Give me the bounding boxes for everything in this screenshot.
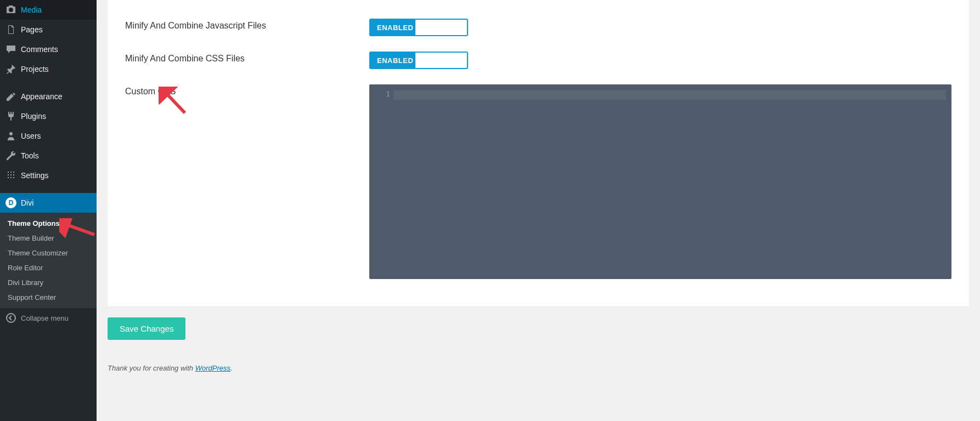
sidebar-item-label: Media: [21, 5, 92, 14]
footer-credit: Thank you for creating with WordPress.: [108, 364, 969, 372]
code-active-line: [393, 90, 946, 100]
save-changes-button[interactable]: Save Changes: [108, 317, 185, 340]
setting-control: ENABLED: [369, 52, 951, 69]
sidebar-item-label: Projects: [21, 65, 92, 73]
sidebar-item-plugins[interactable]: Plugins: [0, 106, 97, 126]
sidebar-item-pages[interactable]: Pages: [0, 20, 97, 39]
sidebar-item-label: Comments: [21, 45, 92, 54]
sidebar-separator: [0, 185, 97, 193]
sidebar-item-label: Divi: [21, 198, 92, 207]
submenu-theme-builder[interactable]: Theme Builder: [0, 231, 97, 246]
collapse-menu[interactable]: Collapse menu: [0, 308, 97, 328]
plugins-icon: [5, 111, 16, 122]
sidebar-item-media[interactable]: Media: [0, 0, 97, 20]
collapse-label: Collapse menu: [21, 314, 69, 322]
toggle-minify-js[interactable]: ENABLED: [369, 19, 468, 36]
toggle-state: ENABLED: [370, 53, 415, 68]
setting-control: 1: [369, 84, 951, 279]
pages-icon: [5, 24, 16, 35]
submenu-role-editor[interactable]: Role Editor: [0, 260, 97, 275]
svg-point-0: [7, 314, 15, 322]
sidebar-item-label: Plugins: [21, 112, 92, 121]
code-gutter: 1: [369, 84, 393, 279]
sidebar-item-label: Pages: [21, 25, 92, 34]
tools-icon: [5, 150, 16, 161]
footer-prefix: Thank you for creating with: [108, 364, 195, 372]
admin-sidebar: Media Pages Comments Projects Appearance…: [0, 0, 97, 421]
toggle-minify-css[interactable]: ENABLED: [369, 52, 468, 69]
media-icon: [5, 4, 16, 15]
sidebar-item-label: Settings: [21, 171, 92, 180]
sidebar-item-users[interactable]: Users: [0, 126, 97, 146]
sidebar-item-label: Users: [21, 132, 92, 140]
toggle-handle: [415, 20, 467, 35]
divi-icon: D: [5, 197, 16, 208]
divi-submenu: Theme Options Theme Builder Theme Custom…: [0, 213, 97, 308]
submenu-theme-customizer[interactable]: Theme Customizer: [0, 246, 97, 260]
sidebar-item-appearance[interactable]: Appearance: [0, 87, 97, 106]
line-number: 1: [369, 90, 390, 98]
settings-panel: Minify And Combine Javascript Files ENAB…: [108, 0, 969, 306]
sidebar-item-comments[interactable]: Comments: [0, 39, 97, 59]
sidebar-item-label: Appearance: [21, 92, 92, 101]
submenu-theme-options[interactable]: Theme Options: [0, 216, 97, 231]
sidebar-item-label: Tools: [21, 151, 92, 160]
setting-custom-css: Custom CSS 1: [125, 77, 951, 287]
setting-label: Minify And Combine CSS Files: [125, 52, 369, 64]
setting-minify-js: Minify And Combine Javascript Files ENAB…: [125, 11, 951, 44]
sidebar-item-tools[interactable]: Tools: [0, 146, 97, 166]
sidebar-separator: [0, 79, 97, 87]
custom-css-editor[interactable]: 1: [369, 84, 951, 279]
toggle-handle: [415, 53, 467, 68]
setting-control: ENABLED: [369, 19, 951, 36]
setting-label: Custom CSS: [125, 84, 369, 96]
footer-suffix: .: [230, 364, 233, 372]
setting-minify-css: Minify And Combine CSS Files ENABLED: [125, 44, 951, 77]
pin-icon: [5, 64, 16, 75]
submenu-divi-library[interactable]: Divi Library: [0, 275, 97, 290]
collapse-icon: [5, 312, 16, 323]
submenu-support-center[interactable]: Support Center: [0, 290, 97, 305]
comments-icon: [5, 44, 16, 55]
sidebar-item-divi[interactable]: D Divi: [0, 193, 97, 213]
settings-icon: [5, 170, 16, 181]
wordpress-link[interactable]: WordPress: [195, 364, 230, 372]
sidebar-item-settings[interactable]: Settings: [0, 166, 97, 185]
appearance-icon: [5, 91, 16, 102]
users-icon: [5, 130, 16, 141]
setting-label: Minify And Combine Javascript Files: [125, 19, 369, 31]
main-content: Minify And Combine Javascript Files ENAB…: [97, 0, 980, 421]
sidebar-item-projects[interactable]: Projects: [0, 59, 97, 79]
toggle-state: ENABLED: [370, 20, 415, 35]
